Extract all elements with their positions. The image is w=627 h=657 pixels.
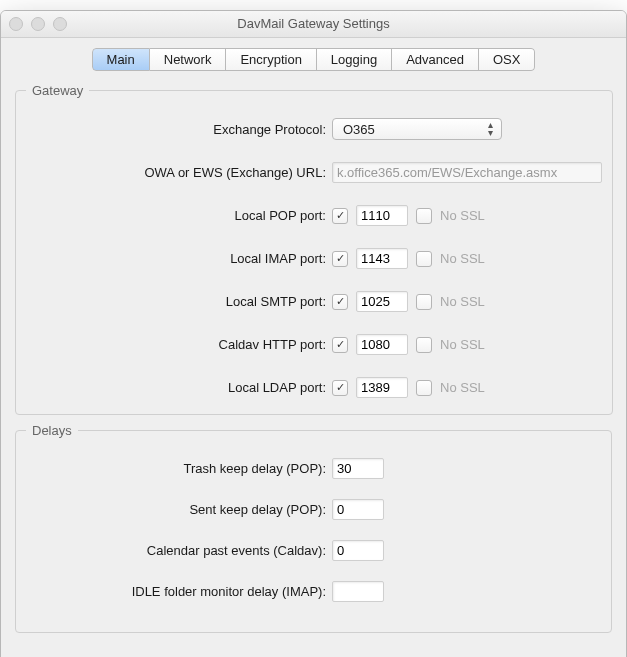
nossl-checkbox[interactable] bbox=[416, 294, 432, 310]
tab-main[interactable]: Main bbox=[92, 48, 150, 71]
nossl-label: No SSL bbox=[440, 251, 485, 266]
close-icon[interactable] bbox=[9, 17, 23, 31]
port-label: Local POP port: bbox=[26, 208, 332, 223]
tab-network[interactable]: Network bbox=[150, 48, 227, 71]
tab-osx[interactable]: OSX bbox=[479, 48, 535, 71]
gateway-legend: Gateway bbox=[26, 83, 89, 98]
minimize-icon[interactable] bbox=[31, 17, 45, 31]
nossl-label: No SSL bbox=[440, 337, 485, 352]
nossl-checkbox[interactable] bbox=[416, 208, 432, 224]
settings-window: DavMail Gateway Settings MainNetworkEncr… bbox=[0, 10, 627, 657]
nossl-checkbox[interactable] bbox=[416, 251, 432, 267]
nossl-label: No SSL bbox=[440, 208, 485, 223]
delay-input[interactable] bbox=[332, 540, 384, 561]
port-input[interactable] bbox=[356, 291, 408, 312]
port-enable-checkbox[interactable] bbox=[332, 208, 348, 224]
delay-input[interactable] bbox=[332, 458, 384, 479]
port-enable-checkbox[interactable] bbox=[332, 380, 348, 396]
chevron-updown-icon: ▴▾ bbox=[488, 121, 493, 137]
nossl-checkbox[interactable] bbox=[416, 337, 432, 353]
port-input[interactable] bbox=[356, 334, 408, 355]
nossl-label: No SSL bbox=[440, 380, 485, 395]
protocol-label: Exchange Protocol: bbox=[26, 122, 332, 137]
protocol-select[interactable]: O365 ▴▾ bbox=[332, 118, 502, 140]
dialog-buttons: Save Cancel Help bbox=[1, 647, 626, 657]
nossl-checkbox[interactable] bbox=[416, 380, 432, 396]
delay-label: Calendar past events (Caldav): bbox=[26, 543, 332, 558]
port-input[interactable] bbox=[356, 377, 408, 398]
window-title: DavMail Gateway Settings bbox=[237, 16, 389, 31]
delay-input[interactable] bbox=[332, 499, 384, 520]
url-label: OWA or EWS (Exchange) URL: bbox=[26, 165, 332, 180]
port-enable-checkbox[interactable] bbox=[332, 337, 348, 353]
titlebar: DavMail Gateway Settings bbox=[1, 11, 626, 38]
gateway-group: Gateway Exchange Protocol: O365 ▴▾ OWA o… bbox=[15, 83, 613, 415]
delays-group: Delays Trash keep delay (POP):Sent keep … bbox=[15, 423, 612, 633]
zoom-icon[interactable] bbox=[53, 17, 67, 31]
delay-input[interactable] bbox=[332, 581, 384, 602]
tab-encryption[interactable]: Encryption bbox=[226, 48, 316, 71]
delays-legend: Delays bbox=[26, 423, 78, 438]
port-enable-checkbox[interactable] bbox=[332, 251, 348, 267]
tab-logging[interactable]: Logging bbox=[317, 48, 392, 71]
port-label: Local SMTP port: bbox=[26, 294, 332, 309]
content-area: MainNetworkEncryptionLoggingAdvancedOSX … bbox=[1, 38, 626, 647]
port-enable-checkbox[interactable] bbox=[332, 294, 348, 310]
delay-label: Trash keep delay (POP): bbox=[26, 461, 332, 476]
port-input[interactable] bbox=[356, 248, 408, 269]
window-controls bbox=[9, 17, 67, 31]
port-label: Caldav HTTP port: bbox=[26, 337, 332, 352]
port-label: Local IMAP port: bbox=[26, 251, 332, 266]
port-input[interactable] bbox=[356, 205, 408, 226]
port-label: Local LDAP port: bbox=[26, 380, 332, 395]
nossl-label: No SSL bbox=[440, 294, 485, 309]
tab-bar: MainNetworkEncryptionLoggingAdvancedOSX bbox=[15, 48, 612, 71]
delay-label: Sent keep delay (POP): bbox=[26, 502, 332, 517]
delay-label: IDLE folder monitor delay (IMAP): bbox=[26, 584, 332, 599]
protocol-select-value: O365 bbox=[343, 122, 375, 137]
url-input[interactable] bbox=[332, 162, 602, 183]
tab-advanced[interactable]: Advanced bbox=[392, 48, 479, 71]
